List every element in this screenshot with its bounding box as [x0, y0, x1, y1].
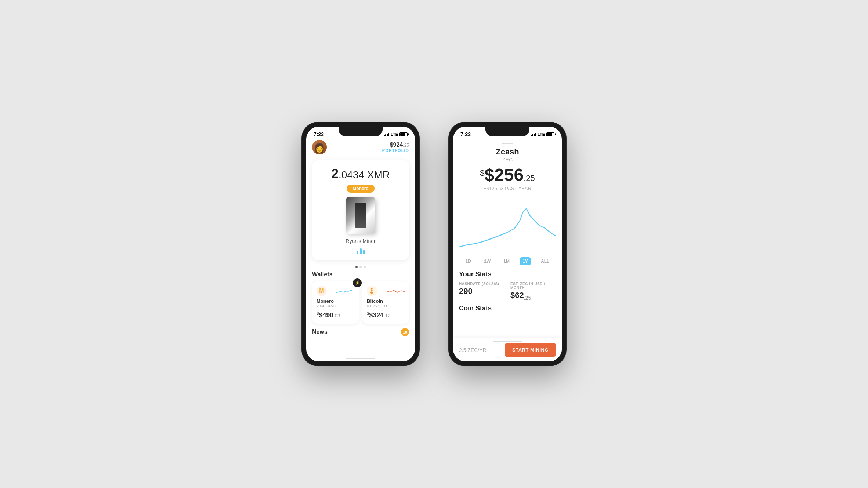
- news-badge: 10: [401, 328, 409, 336]
- phone2-screen: 7:23 LTE: [453, 127, 562, 361]
- phone1-content: 👩 $924.25 PORTFOLIO 2.0434 XMR Monero: [306, 140, 415, 361]
- time-2: 7:23: [460, 131, 471, 137]
- status-icons-1: LTE: [384, 132, 408, 136]
- filter-1w[interactable]: 1W: [481, 257, 493, 265]
- miner-name: Ryan's Miner: [318, 238, 403, 244]
- coin-change: +$125.63 PAST YEAR: [459, 186, 556, 191]
- wallets-title: Wallets: [312, 271, 409, 278]
- news-label: News: [312, 329, 328, 335]
- card-dots: [312, 266, 409, 268]
- coin-price: $$256.25: [459, 165, 556, 185]
- coin-stats-title: Coin Stats: [459, 305, 556, 312]
- stats-section: Your Stats HASHRATE (SOLS/S) 290 EST. ZE…: [459, 270, 556, 315]
- price-chart: [459, 196, 556, 254]
- flash-badge: ⚡: [353, 278, 362, 287]
- chart-svg: [459, 196, 556, 254]
- signal-icon-1: [384, 132, 389, 136]
- bitcoin-value: $$324.12: [367, 311, 405, 319]
- wallets-row: ⚡ M Monero 2.043 XMR $$490.03: [312, 281, 409, 324]
- hashrate-value: 290: [459, 287, 504, 296]
- zec-rate: 2.5 ZEC/YR: [459, 347, 487, 353]
- bitcoin-chart: [386, 287, 405, 295]
- hashrate-bars: [318, 247, 403, 254]
- phone1-screen: 7:23 LTE: [306, 127, 415, 361]
- filter-1y[interactable]: 1Y: [520, 257, 531, 265]
- notch1: [339, 127, 383, 136]
- stats-title: Your Stats: [459, 270, 556, 278]
- filter-1d[interactable]: 1D: [463, 257, 474, 265]
- scene: 7:23 LTE: [287, 108, 581, 380]
- status-icons-2: LTE: [531, 132, 554, 136]
- portfolio-label: PORTFOLIO: [382, 148, 409, 153]
- miner-image: [346, 197, 375, 234]
- phone2: 7:23 LTE: [449, 122, 566, 366]
- portfolio-header: 👩 $924.25 PORTFOLIO: [312, 140, 409, 154]
- est-stat: EST. ZEC IN USD / MONTH $62.25: [510, 282, 556, 301]
- phone2-content: Zcash ZEC $$256.25 +$125.63 PAST YEAR: [453, 140, 562, 361]
- bitcoin-wallet[interactable]: ₿ Bitcoin 0.02532 BTC $$324.12: [362, 281, 409, 324]
- coin-header: Zcash ZEC $$256.25 +$125.63 PAST YEAR: [459, 140, 556, 196]
- filter-all[interactable]: ALL: [538, 257, 552, 265]
- monero-icon-row: M: [317, 286, 354, 296]
- miner-device: [355, 203, 366, 228]
- coin-indicator: [502, 143, 513, 144]
- bitcoin-icon-row: ₿: [367, 286, 405, 296]
- start-mining-button[interactable]: START MINING: [505, 343, 556, 357]
- bitcoin-amount: 0.02532 BTC: [367, 304, 405, 308]
- portfolio-value: $924.25 PORTFOLIO: [382, 142, 409, 153]
- coin-ticker: ZEC: [459, 157, 556, 163]
- home-indicator-1: [346, 358, 375, 359]
- hashrate-stat: HASHRATE (SOLS/S) 290: [459, 282, 504, 301]
- monero-name: Monero: [317, 298, 354, 304]
- coin-name: Zcash: [459, 147, 556, 157]
- portfolio-amount: $924.25: [382, 142, 409, 148]
- lte-label-2: LTE: [538, 132, 545, 136]
- avatar-image: 👩: [314, 143, 325, 152]
- lte-label-1: LTE: [391, 132, 398, 136]
- monero-amount: 2.043 XMR: [317, 304, 354, 308]
- time-1: 7:23: [314, 131, 324, 137]
- avatar[interactable]: 👩: [312, 140, 327, 154]
- crypto-tag[interactable]: Monero: [347, 185, 374, 193]
- stats-row: HASHRATE (SOLS/S) 290 EST. ZEC IN USD / …: [459, 282, 556, 301]
- home-indicator-2: [493, 341, 522, 342]
- monero-value: $$490.03: [317, 311, 354, 319]
- bitcoin-name: Bitcoin: [367, 298, 405, 304]
- filter-1m[interactable]: 1M: [500, 257, 513, 265]
- battery-icon-1: [399, 132, 408, 136]
- est-value: $62.25: [510, 291, 556, 301]
- dot-2[interactable]: [359, 266, 362, 268]
- dot-3[interactable]: [364, 266, 366, 268]
- change-period: PAST YEAR: [505, 186, 531, 191]
- battery-icon-2: [546, 132, 554, 136]
- signal-icon-2: [531, 132, 536, 136]
- miner-card: 2.0434 XMR Monero Ryan's Miner: [312, 160, 409, 260]
- crypto-amount: 2.0434 XMR: [318, 166, 403, 182]
- monero-icon: M: [317, 286, 327, 296]
- notch2: [485, 127, 529, 136]
- monero-wallet[interactable]: ⚡ M Monero 2.043 XMR $$490.03: [312, 281, 359, 324]
- dot-1[interactable]: [355, 266, 358, 268]
- hashrate-label: HASHRATE (SOLS/S): [459, 282, 504, 286]
- news-row: News 10: [312, 328, 409, 336]
- time-filters: 1D 1W 1M 1Y ALL: [459, 257, 556, 265]
- est-label: EST. ZEC IN USD / MONTH: [510, 282, 556, 290]
- phone1: 7:23 LTE: [302, 122, 419, 366]
- bitcoin-icon: ₿: [367, 286, 377, 296]
- monero-chart: [336, 287, 354, 295]
